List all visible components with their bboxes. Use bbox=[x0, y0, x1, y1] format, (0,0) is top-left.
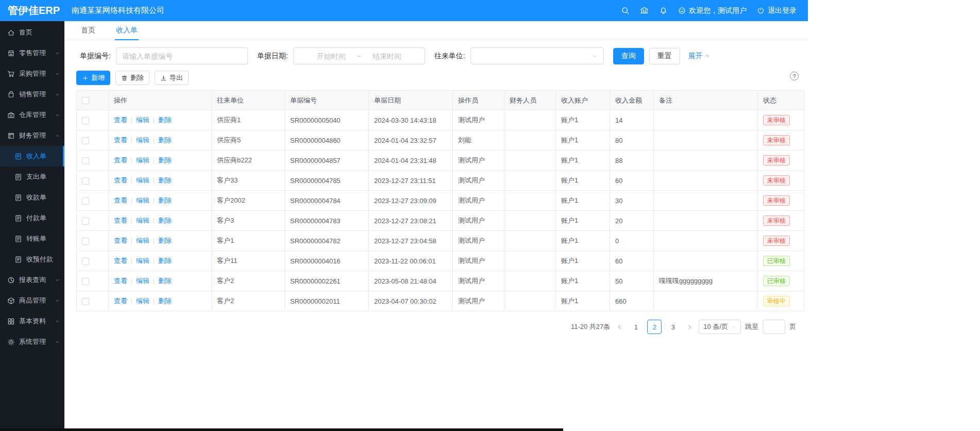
action-divider bbox=[154, 299, 154, 305]
edit-link[interactable]: 编辑 bbox=[136, 136, 149, 144]
page-button-3[interactable]: 3 bbox=[666, 320, 680, 334]
delete-link[interactable]: 删除 bbox=[158, 237, 172, 244]
next-page-button[interactable] bbox=[684, 320, 695, 334]
view-link[interactable]: 查看 bbox=[114, 297, 127, 305]
delete-link[interactable]: 删除 bbox=[158, 297, 172, 305]
row-checkbox[interactable] bbox=[82, 298, 89, 305]
sidebar-item-basic[interactable]: 基本资料 bbox=[0, 311, 64, 331]
expand-link[interactable]: 展开 bbox=[688, 52, 711, 61]
cell-partner: 客户2 bbox=[212, 291, 285, 311]
sidebar-item-transfer-bill[interactable]: 转账单 bbox=[0, 228, 64, 249]
sidebar-item-system[interactable]: 系统管理 bbox=[0, 331, 64, 352]
page-button-1[interactable]: 1 bbox=[629, 320, 643, 334]
cell-account: 账户1 bbox=[556, 151, 610, 171]
doc-icon bbox=[14, 194, 22, 202]
reset-button[interactable]: 重置 bbox=[649, 48, 680, 64]
sidebar-item-finance[interactable]: 财务管理 bbox=[0, 125, 64, 146]
logout-button[interactable]: 退出登录 bbox=[757, 6, 797, 15]
edit-link[interactable]: 编辑 bbox=[136, 156, 149, 164]
edit-link[interactable]: 编辑 bbox=[136, 116, 149, 124]
view-link[interactable]: 查看 bbox=[114, 257, 127, 264]
view-link[interactable]: 查看 bbox=[114, 136, 127, 144]
cell-operator: 测试用户 bbox=[453, 151, 504, 171]
row-checkbox[interactable] bbox=[82, 137, 89, 144]
bell-icon[interactable] bbox=[659, 6, 668, 15]
prev-page-button[interactable] bbox=[614, 320, 624, 334]
sidebar-item-purchase[interactable]: 采购管理 bbox=[0, 63, 64, 84]
page-button-2[interactable]: 2 bbox=[647, 320, 662, 334]
delete-link[interactable]: 删除 bbox=[158, 257, 172, 264]
help-icon[interactable]: ? bbox=[790, 72, 799, 80]
date-end-input[interactable] bbox=[363, 52, 411, 60]
column-header-bill_no: 单据编号 bbox=[285, 91, 369, 110]
add-button[interactable]: 新增 bbox=[76, 71, 110, 85]
tab-income-bill[interactable]: 收入单 bbox=[115, 21, 139, 40]
row-checkbox[interactable] bbox=[82, 278, 89, 285]
sidebar-item-income-bill[interactable]: 收入单 bbox=[0, 146, 64, 167]
tab-home[interactable]: 首页 bbox=[80, 21, 96, 40]
edit-link[interactable]: 编辑 bbox=[136, 237, 149, 244]
cell-account: 账户1 bbox=[556, 130, 610, 151]
row-checkbox[interactable] bbox=[82, 218, 89, 225]
date-start-input[interactable] bbox=[308, 52, 355, 60]
cell-finance_staff bbox=[504, 211, 556, 231]
sidebar-item-receipt-bill[interactable]: 收款单 bbox=[0, 187, 64, 208]
sidebar-item-label: 采购管理 bbox=[19, 69, 46, 78]
sidebar-item-retail[interactable]: 零售管理 bbox=[0, 43, 64, 63]
export-button[interactable]: 导出 bbox=[155, 71, 189, 85]
welcome-user[interactable]: 欢迎您，测试用户 bbox=[678, 6, 747, 15]
delete-button[interactable]: 删除 bbox=[115, 71, 149, 85]
bank-icon[interactable] bbox=[640, 6, 649, 15]
date-range-picker[interactable]: ~ bbox=[293, 47, 425, 64]
view-link[interactable]: 查看 bbox=[114, 176, 127, 184]
search-button[interactable]: 查询 bbox=[613, 48, 644, 64]
view-link[interactable]: 查看 bbox=[114, 116, 127, 124]
row-checkbox[interactable] bbox=[82, 197, 89, 205]
edit-link[interactable]: 编辑 bbox=[136, 176, 149, 184]
edit-link[interactable]: 编辑 bbox=[136, 277, 149, 285]
row-checkbox[interactable] bbox=[82, 258, 89, 265]
search-icon[interactable] bbox=[621, 6, 630, 15]
row-checkbox[interactable] bbox=[82, 177, 89, 185]
action-divider bbox=[154, 218, 154, 224]
sidebar-item-warehouse[interactable]: 仓库管理 bbox=[0, 105, 64, 125]
edit-link[interactable]: 编辑 bbox=[136, 217, 149, 224]
edit-link[interactable]: 编辑 bbox=[136, 257, 149, 264]
delete-link[interactable]: 删除 bbox=[158, 136, 172, 144]
sidebar-item-sales[interactable]: 销售管理 bbox=[0, 84, 64, 105]
sidebar-item-payment-bill[interactable]: 付款单 bbox=[0, 208, 64, 228]
delete-link[interactable]: 删除 bbox=[158, 196, 172, 204]
sidebar-item-advance-bill[interactable]: 收预付款 bbox=[0, 249, 64, 270]
jump-page-input[interactable] bbox=[763, 320, 785, 334]
cell-account: 账户1 bbox=[556, 211, 610, 231]
logout-icon bbox=[757, 7, 765, 14]
delete-link[interactable]: 删除 bbox=[158, 176, 172, 184]
edit-link[interactable]: 编辑 bbox=[136, 297, 149, 305]
row-checkbox[interactable] bbox=[82, 238, 89, 245]
sidebar-item-home[interactable]: 首页 bbox=[0, 22, 64, 43]
chevron-down-icon bbox=[55, 298, 60, 304]
delete-link[interactable]: 删除 bbox=[158, 217, 172, 224]
delete-link[interactable]: 删除 bbox=[158, 277, 172, 285]
page-size-select[interactable]: 10 条/页 bbox=[699, 320, 741, 334]
view-link[interactable]: 查看 bbox=[114, 237, 127, 244]
view-link[interactable]: 查看 bbox=[114, 217, 127, 224]
cell-remark: 嘎嘎嘎ggggggggg bbox=[654, 271, 758, 291]
cell-operator: 测试用户 bbox=[453, 231, 504, 251]
select-all-checkbox[interactable] bbox=[82, 97, 89, 104]
sidebar-item-report[interactable]: 报表查询 bbox=[0, 270, 64, 290]
sidebar-item-expense-bill[interactable]: 支出单 bbox=[0, 167, 64, 187]
delete-link[interactable]: 删除 bbox=[158, 156, 172, 164]
delete-link[interactable]: 删除 bbox=[158, 116, 172, 124]
view-link[interactable]: 查看 bbox=[114, 277, 127, 285]
sidebar-item-goods[interactable]: 商品管理 bbox=[0, 290, 64, 311]
bill-no-input[interactable] bbox=[116, 47, 248, 64]
view-link[interactable]: 查看 bbox=[114, 156, 127, 164]
view-link[interactable]: 查看 bbox=[114, 196, 127, 204]
row-checkbox[interactable] bbox=[82, 117, 89, 124]
cell-remark bbox=[654, 151, 758, 171]
cell-select bbox=[77, 271, 109, 291]
edit-link[interactable]: 编辑 bbox=[136, 196, 149, 204]
partner-select[interactable] bbox=[470, 47, 604, 64]
row-checkbox[interactable] bbox=[82, 157, 89, 164]
